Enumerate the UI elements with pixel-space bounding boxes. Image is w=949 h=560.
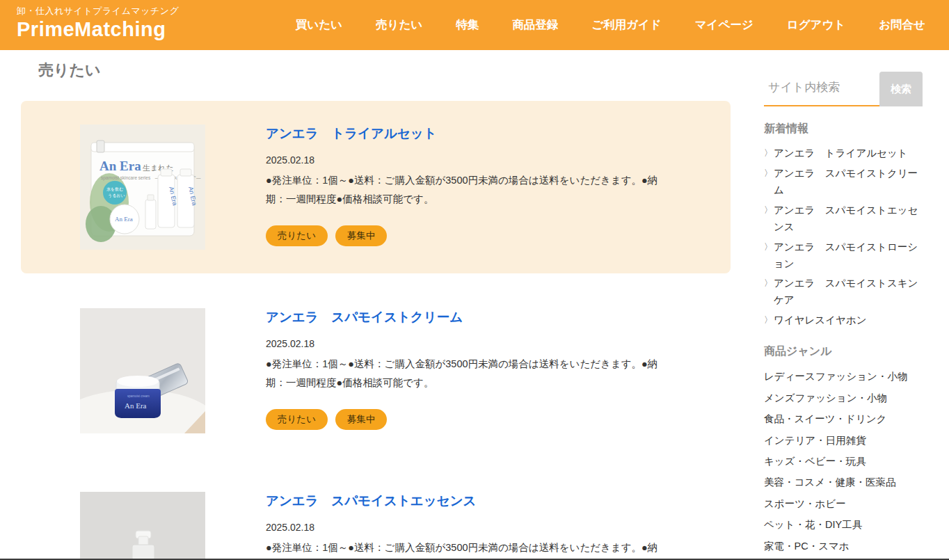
nav-item-guide[interactable]: ご利用ガイド bbox=[591, 17, 662, 33]
svg-text:An Era: An Era bbox=[125, 401, 147, 410]
genre-link-food-sweets-drink[interactable]: 食品・スイーツ・ドリンク bbox=[764, 408, 923, 429]
new-arrival-label: アンエラ スパモイストスキンケア bbox=[774, 278, 918, 305]
product-title-link[interactable]: アンエラ トライアルセット bbox=[266, 125, 668, 142]
search-button[interactable]: 検索 bbox=[879, 72, 923, 106]
genre-link-appliance-pc-phone[interactable]: 家電・PC・スマホ bbox=[764, 536, 923, 557]
genre-link-pet-flower-diy[interactable]: ペット・花・DIY工具 bbox=[764, 514, 923, 535]
brand-block[interactable]: 卸・仕入れサイトプライムマッチング PrimeMatching bbox=[0, 0, 179, 50]
product-photo-spamoist-essence[interactable] bbox=[80, 492, 205, 560]
new-arrival-link[interactable]: 〉 アンエラ トライアルセット bbox=[764, 145, 923, 162]
new-arrival-link[interactable]: 〉 アンエラ スパモイストクリーム bbox=[764, 166, 923, 199]
new-arrivals-list: 〉 アンエラ トライアルセット 〉 アンエラ スパモイストクリーム 〉 アンエラ… bbox=[764, 145, 923, 329]
badge-row: 売りたい 募集中 bbox=[266, 225, 668, 246]
brand-tagline: 卸・仕入れサイトプライムマッチング bbox=[17, 5, 179, 17]
site-header: 卸・仕入れサイトプライムマッチング PrimeMatching 買いたい 売りた… bbox=[0, 0, 949, 50]
badge-recruiting[interactable]: 募集中 bbox=[335, 225, 388, 246]
brand-logo[interactable]: PrimeMatching bbox=[17, 18, 179, 41]
genre-link-ladies-fashion[interactable]: レディースファッション・小物 bbox=[764, 366, 923, 387]
new-arrival-label: アンエラ スパモイストクリーム bbox=[774, 168, 918, 195]
nav-item-feature[interactable]: 特集 bbox=[456, 17, 479, 33]
new-arrival-link[interactable]: 〉 ワイヤレスイヤホン bbox=[764, 312, 923, 329]
new-arrivals-heading: 新着情報 bbox=[764, 122, 923, 136]
new-arrival-label: アンエラ スパモイストエッセンス bbox=[774, 205, 918, 232]
svg-text:An Era: An Era bbox=[115, 216, 133, 223]
svg-text:spamoist cream: spamoist cream bbox=[127, 394, 150, 398]
search-input[interactable] bbox=[764, 72, 879, 106]
chevron-right-icon: 〉 bbox=[764, 203, 773, 218]
svg-text:An Era: An Era bbox=[99, 159, 141, 173]
nav-item-logout[interactable]: ログアウト bbox=[787, 17, 845, 33]
nav-item-sell[interactable]: 売りたい bbox=[376, 17, 422, 33]
product-description: ●発注単位：1個～●送料：ご購入金額が3500円未満の場合は送料をいただきます。… bbox=[266, 355, 668, 392]
product-card-spamoist-cream: An Era spamoist cream アンエラ スパモイストクリーム 20… bbox=[21, 285, 731, 457]
chevron-right-icon: 〉 bbox=[764, 276, 773, 291]
new-arrival-label: アンエラ スパモイストローション bbox=[774, 241, 918, 269]
badge-sell[interactable]: 売りたい bbox=[266, 409, 328, 430]
new-arrival-link[interactable]: 〉 アンエラ スパモイストエッセンス bbox=[764, 202, 923, 236]
new-arrival-label: ワイヤレスイヤホン bbox=[774, 314, 867, 326]
product-description: ●発注単位：1個～●送料：ご購入金額が3500円未満の場合は送料をいただきます。… bbox=[266, 538, 668, 560]
genre-link-sports-hobby[interactable]: スポーツ・ホビー bbox=[764, 493, 923, 514]
badge-recruiting[interactable]: 募集中 bbox=[335, 409, 388, 430]
main-nav: 買いたい 売りたい 特集 商品登録 ご利用ガイド マイページ ログアウト お問合… bbox=[296, 0, 949, 50]
product-photo-trial-set[interactable]: An Era 生まれた spamoist skincare series ―化粧… bbox=[80, 125, 205, 250]
genre-link-beauty-cosme-health[interactable]: 美容・コスメ・健康・医薬品 bbox=[764, 472, 923, 493]
chevron-right-icon: 〉 bbox=[764, 146, 773, 161]
badge-sell[interactable]: 売りたい bbox=[266, 225, 328, 246]
new-arrival-label: アンエラ トライアルセット bbox=[774, 147, 908, 159]
badge-row: 売りたい 募集中 bbox=[266, 409, 668, 430]
nav-item-register-product[interactable]: 商品登録 bbox=[512, 17, 558, 33]
nav-item-contact[interactable]: お問合せ bbox=[879, 17, 925, 33]
genres-heading: 商品ジャンル bbox=[764, 344, 923, 359]
product-title-link[interactable]: アンエラ スパモイストエッセンス bbox=[266, 492, 668, 509]
sidebar: 検索 新着情報 〉 アンエラ トライアルセット 〉 アンエラ スパモイストクリー… bbox=[764, 72, 923, 560]
product-info: アンエラ スパモイストクリーム 2025.02.18 ●発注単位：1個～●送料：… bbox=[266, 308, 668, 433]
product-info: アンエラ スパモイストエッセンス 2025.02.18 ●発注単位：1個～●送料… bbox=[266, 492, 668, 560]
product-card-trial-set: An Era 生まれた spamoist skincare series ―化粧… bbox=[21, 101, 731, 273]
genre-list: レディースファッション・小物 メンズファッション・小物 食品・スイーツ・ドリンク… bbox=[764, 366, 923, 560]
genre-link-mens-fashion[interactable]: メンズファッション・小物 bbox=[764, 387, 923, 408]
product-card-spamoist-essence: アンエラ スパモイストエッセンス 2025.02.18 ●発注単位：1個～●送料… bbox=[21, 468, 731, 560]
chevron-right-icon: 〉 bbox=[764, 240, 773, 255]
new-arrival-link[interactable]: 〉 アンエラ スパモイストスキンケア bbox=[764, 275, 923, 309]
genre-link-interior-daily[interactable]: インテリア・日用雑貨 bbox=[764, 430, 923, 451]
product-photo-spamoist-cream[interactable]: An Era spamoist cream bbox=[80, 308, 205, 433]
genre-link-kids-baby-toys[interactable]: キッズ・ベビー・玩具 bbox=[764, 451, 923, 472]
product-date: 2025.02.18 bbox=[266, 154, 668, 166]
nav-item-buy[interactable]: 買いたい bbox=[296, 17, 342, 33]
product-date: 2025.02.18 bbox=[266, 338, 668, 349]
chevron-right-icon: 〉 bbox=[764, 166, 773, 181]
product-list: An Era 生まれた spamoist skincare series ―化粧… bbox=[21, 101, 731, 560]
product-title-link[interactable]: アンエラ スパモイストクリーム bbox=[266, 308, 668, 326]
chevron-right-icon: 〉 bbox=[764, 313, 773, 328]
new-arrival-link[interactable]: 〉 アンエラ スパモイストローション bbox=[764, 239, 923, 273]
product-info: アンエラ トライアルセット 2025.02.18 ●発注単位：1個～●送料：ご購… bbox=[266, 125, 668, 250]
product-description: ●発注単位：1個～●送料：ご購入金額が3500円未満の場合は送料をいただきます。… bbox=[266, 171, 668, 209]
product-date: 2025.02.18 bbox=[266, 522, 668, 533]
site-search: 検索 bbox=[764, 72, 923, 106]
svg-text:水を飲む: 水を飲む bbox=[106, 186, 123, 191]
page-title: 売りたい bbox=[38, 60, 101, 81]
svg-text:うるおい: うるおい bbox=[108, 193, 125, 198]
nav-item-mypage[interactable]: マイページ bbox=[695, 17, 753, 33]
